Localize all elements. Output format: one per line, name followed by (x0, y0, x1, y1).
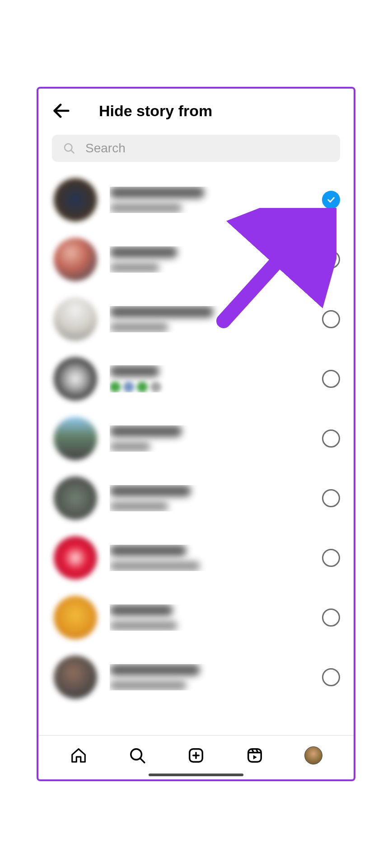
user-info (110, 187, 309, 213)
user-avatar (54, 417, 97, 460)
user-avatar (54, 476, 97, 520)
user-avatar (54, 656, 97, 699)
user-select-radio[interactable] (322, 429, 340, 448)
nav-reels[interactable] (245, 745, 265, 765)
user-row[interactable] (38, 289, 354, 349)
user-username (110, 187, 205, 198)
user-info (110, 545, 309, 571)
nav-profile[interactable] (303, 745, 323, 765)
user-subtext (110, 382, 309, 392)
user-select-radio[interactable] (322, 310, 340, 328)
user-select-radio[interactable] (322, 370, 340, 388)
user-avatar (54, 536, 97, 580)
user-subtext (110, 442, 150, 452)
user-avatar (54, 357, 97, 401)
user-select-radio[interactable] (322, 549, 340, 567)
user-subtext (110, 501, 168, 511)
user-select-radio[interactable] (322, 609, 340, 627)
check-icon (326, 195, 336, 205)
page-header: Hide story from (38, 89, 354, 126)
user-avatar (54, 238, 97, 281)
user-avatar (54, 178, 97, 222)
user-row[interactable] (38, 349, 354, 409)
user-username (110, 485, 191, 497)
user-info (110, 604, 309, 631)
user-select-radio[interactable] (322, 191, 340, 209)
nav-create[interactable] (186, 745, 206, 765)
user-subtext (110, 322, 168, 332)
user-avatar (54, 596, 97, 639)
user-info (110, 246, 309, 273)
user-row[interactable] (38, 170, 354, 230)
user-subtext (110, 561, 200, 571)
reels-icon (246, 747, 263, 764)
user-row[interactable] (38, 528, 354, 588)
search-input[interactable] (85, 141, 329, 156)
user-row[interactable] (38, 409, 354, 468)
nav-home[interactable] (69, 745, 89, 765)
svg-line-4 (140, 759, 145, 763)
device-frame: Hide story from (37, 87, 355, 781)
user-row[interactable] (38, 230, 354, 289)
user-subtext (110, 680, 187, 690)
user-username (110, 365, 159, 377)
user-select-radio[interactable] (322, 489, 340, 507)
user-subtext (110, 203, 182, 213)
user-row[interactable] (38, 468, 354, 528)
user-info (110, 425, 309, 452)
user-row[interactable] (38, 588, 354, 647)
nav-search[interactable] (127, 745, 147, 765)
search-nav-icon (129, 747, 146, 764)
user-select-radio[interactable] (322, 668, 340, 686)
user-list (38, 167, 354, 735)
user-username (110, 545, 187, 557)
user-username (110, 246, 177, 258)
user-username (110, 306, 214, 318)
plus-square-icon (187, 747, 205, 764)
user-avatar (54, 297, 97, 341)
user-subtext (110, 621, 177, 631)
user-row[interactable] (38, 647, 354, 707)
user-subtext (110, 263, 159, 273)
svg-line-1 (71, 151, 74, 153)
user-select-radio[interactable] (322, 250, 340, 269)
user-info (110, 664, 309, 690)
home-icon (70, 747, 87, 764)
user-username (110, 425, 182, 437)
user-username (110, 604, 173, 616)
user-username (110, 664, 200, 676)
home-indicator (149, 774, 243, 776)
profile-avatar-icon (304, 746, 322, 764)
arrow-left-icon (51, 100, 72, 121)
back-button[interactable] (51, 100, 72, 121)
svg-rect-8 (248, 749, 261, 762)
search-bar[interactable] (52, 135, 340, 162)
search-icon (63, 142, 75, 155)
user-info (110, 306, 309, 332)
bottom-nav (38, 735, 354, 779)
user-info (110, 365, 309, 392)
user-info (110, 485, 309, 511)
page-title: Hide story from (99, 102, 212, 120)
